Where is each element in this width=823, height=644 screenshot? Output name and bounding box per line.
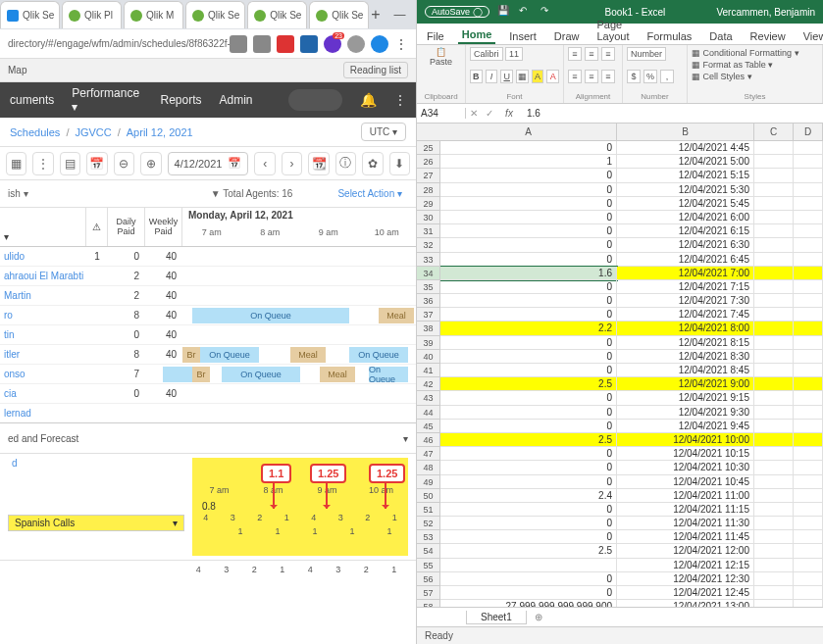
ribbon-tab-file[interactable]: File <box>423 28 448 44</box>
conditional-formatting-button[interactable]: ▦ Conditional Formatting ▾ <box>692 47 818 59</box>
bell-icon[interactable]: 🔔 <box>360 92 377 108</box>
row-header[interactable]: 45 <box>417 420 440 433</box>
ribbon-tab-insert[interactable]: Insert <box>505 28 540 44</box>
table-row[interactable]: 012/04/2021 8:45 <box>440 364 823 377</box>
row-header[interactable]: 48 <box>417 461 440 474</box>
forecast-dropdown[interactable]: ed and Forecast <box>8 433 78 444</box>
address-bar[interactable]: directory/#/engage/wfm/admin/schedules/8… <box>8 38 230 49</box>
new-tab-button[interactable]: + <box>371 6 380 24</box>
paste-button[interactable]: 📋Paste <box>421 47 461 67</box>
ribbon-tab-home[interactable]: Home <box>458 26 496 44</box>
align-icon[interactable]: ≡ <box>601 47 615 61</box>
row-header[interactable]: 52 <box>417 517 440 530</box>
agent-row[interactable]: ulido1040 <box>0 247 182 267</box>
undo-icon[interactable]: ↶ <box>519 5 533 19</box>
formula-input[interactable]: 1.6 <box>521 108 546 119</box>
table-row[interactable]: 012/04/2021 6:45 <box>440 253 823 267</box>
more-icon[interactable]: ⋮ <box>32 152 53 175</box>
select-action-menu[interactable]: Select Action ▾ <box>332 185 408 202</box>
underline-button[interactable]: U <box>500 70 513 83</box>
row-header[interactable]: 26 <box>417 155 440 169</box>
agent-row[interactable]: lernad <box>0 404 182 423</box>
schedule-segment[interactable] <box>163 367 192 382</box>
timezone-select[interactable]: UTC ▾ <box>361 123 406 141</box>
italic-button[interactable]: I <box>486 70 498 83</box>
ribbon-tab-data[interactable]: Data <box>705 28 736 44</box>
row-header[interactable]: 29 <box>417 197 440 211</box>
reading-list-button[interactable]: Reading list <box>343 62 408 78</box>
number-format-select[interactable]: Number <box>627 47 666 61</box>
row-header[interactable]: 54 <box>417 544 440 558</box>
redo-icon[interactable]: ↷ <box>540 5 554 19</box>
table-row[interactable]: 12/04/2021 12:15 <box>440 559 823 572</box>
fx-icon[interactable]: fx <box>497 108 521 119</box>
name-box[interactable]: A34 <box>417 108 466 119</box>
table-row[interactable]: 012/04/2021 10:30 <box>440 461 823 474</box>
format-as-table-button[interactable]: ▦ Format as Table ▾ <box>692 59 818 71</box>
schedule-segment[interactable]: On Queue <box>369 367 408 382</box>
font-select[interactable]: Calibri <box>470 47 503 61</box>
row-header[interactable]: 44 <box>417 406 440 420</box>
schedule-segment[interactable]: On Queue <box>222 367 300 382</box>
table-row[interactable]: 012/04/2021 5:30 <box>440 183 823 197</box>
table-row[interactable]: 012/04/2021 7:30 <box>440 294 823 308</box>
ext-icon[interactable] <box>253 35 271 53</box>
percent-icon[interactable]: % <box>643 70 657 83</box>
table-row[interactable]: 112/04/2021 5:00 <box>440 155 823 169</box>
table-row[interactable]: 012/04/2021 11:15 <box>440 503 823 517</box>
table-row[interactable]: 012/04/2021 5:45 <box>440 197 823 211</box>
schedule-segment[interactable]: Br <box>182 347 200 363</box>
row-header[interactable]: 49 <box>417 475 440 489</box>
browser-tab[interactable]: Qlik Se <box>247 1 307 28</box>
timeline-row[interactable]: On QueueMeal <box>182 306 416 325</box>
user-name[interactable]: Vercammen, Benjamin <box>716 7 815 18</box>
filter-icon[interactable]: ▦ <box>6 152 26 175</box>
nav-documents[interactable]: cuments <box>10 93 54 107</box>
row-header[interactable]: 30 <box>417 211 440 224</box>
table-row[interactable]: 012/04/2021 8:15 <box>440 336 823 350</box>
table-row[interactable]: 012/04/2021 10:15 <box>440 447 823 461</box>
schedule-segment[interactable]: Br <box>192 367 210 382</box>
ext-icon[interactable] <box>371 35 388 53</box>
breadcrumb-unit[interactable]: JGVCC <box>75 126 111 138</box>
breadcrumb-date[interactable]: April 12, 2021 <box>127 126 193 138</box>
row-header[interactable]: 38 <box>417 322 440 335</box>
table-row[interactable]: 012/04/2021 6:15 <box>440 224 823 238</box>
align-icon[interactable]: ≡ <box>601 70 615 83</box>
table-row[interactable]: 012/04/2021 9:30 <box>440 406 823 420</box>
comma-icon[interactable]: , <box>660 70 674 83</box>
row-header[interactable]: 33 <box>417 253 440 267</box>
timeline-row[interactable] <box>182 325 416 345</box>
agent-row[interactable]: ro840 <box>0 306 182 325</box>
agent-row[interactable]: tin040 <box>0 325 182 345</box>
prev-day-icon[interactable]: ‹ <box>254 152 275 175</box>
agent-row[interactable]: Martin240 <box>0 286 182 306</box>
row-header[interactable]: 55 <box>417 559 440 572</box>
align-icon[interactable]: ≡ <box>568 47 582 61</box>
col-header[interactable]: A <box>440 124 617 141</box>
agent-row[interactable]: ahraoui El Marabti240 <box>0 267 182 286</box>
row-header[interactable]: 50 <box>417 489 440 503</box>
row-header[interactable]: 27 <box>417 169 440 182</box>
ribbon-tab-draw[interactable]: Draw <box>550 28 584 44</box>
agent-row[interactable]: itler840 <box>0 345 182 365</box>
date-picker[interactable]: 4/12/2021📅 <box>168 152 249 175</box>
table-row[interactable]: 1.612/04/2021 7:00 <box>440 267 823 280</box>
nav-reports[interactable]: Reports <box>161 93 202 107</box>
browser-tab[interactable]: Qlik Se <box>185 1 245 28</box>
breadcrumb-schedules[interactable]: Schedules <box>10 126 60 138</box>
table-row[interactable]: 012/04/2021 9:15 <box>440 391 823 405</box>
timeline-row[interactable] <box>182 384 416 404</box>
table-row[interactable]: 012/04/2021 12:30 <box>440 572 823 586</box>
cancel-icon[interactable]: ✕ <box>466 108 482 119</box>
ext-icon[interactable] <box>230 35 247 53</box>
menu-icon[interactable]: ⋮ <box>394 36 408 52</box>
nav-admin[interactable]: Admin <box>220 93 253 107</box>
table-row[interactable]: 012/04/2021 4:45 <box>440 141 823 155</box>
row-header[interactable]: 39 <box>417 336 440 350</box>
table-row[interactable]: 2.512/04/2021 12:00 <box>440 544 823 558</box>
nav-performance[interactable]: Performance ▾ <box>72 86 142 114</box>
schedule-segment[interactable]: Meal <box>379 308 414 323</box>
border-button[interactable]: ▦ <box>516 70 529 83</box>
ext-icon[interactable]: 23 <box>324 35 341 53</box>
